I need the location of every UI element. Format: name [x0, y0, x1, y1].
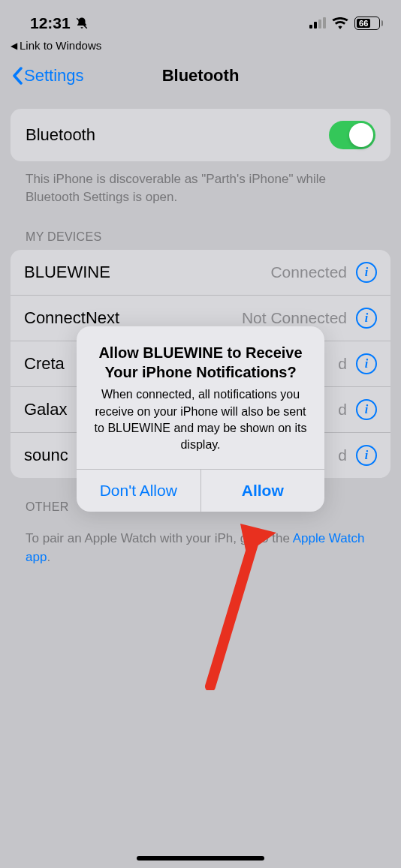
device-status: Connected	[270, 263, 347, 281]
breadcrumb-label: Link to Windows	[20, 39, 101, 52]
back-button[interactable]: Settings	[12, 66, 84, 86]
wifi-icon	[332, 17, 348, 29]
notification-permission-modal: Allow BLUEWINE to Receive Your iPhone No…	[77, 326, 324, 512]
info-icon[interactable]: i	[356, 445, 377, 466]
bluetooth-label: Bluetooth	[26, 125, 95, 145]
dont-allow-button[interactable]: Don't Allow	[77, 470, 201, 512]
toggle-knob	[349, 123, 373, 147]
my-devices-label: MY DEVICES	[11, 221, 390, 250]
allow-button[interactable]: Allow	[201, 470, 325, 512]
breadcrumb[interactable]: ◀ Link to Windows	[0, 38, 401, 58]
battery-icon: 66	[354, 17, 383, 30]
device-name: Galax	[24, 400, 67, 419]
bluetooth-toggle[interactable]	[329, 121, 375, 149]
pair-watch-hint: To pair an Apple Watch with your iPh, go…	[11, 520, 390, 576]
bluetooth-toggle-row: Bluetooth	[11, 109, 390, 161]
status-right: 66	[309, 17, 383, 30]
device-name: sounc	[24, 446, 68, 465]
info-icon[interactable]: i	[356, 353, 377, 374]
modal-title: Allow BLUEWINE to Receive Your iPhone No…	[92, 343, 309, 382]
status-bar: 12:31 66	[0, 0, 401, 38]
silent-icon	[75, 17, 89, 30]
device-name: BLUEWINE	[24, 263, 110, 282]
bluetooth-toggle-card: Bluetooth	[11, 109, 390, 161]
home-indicator[interactable]	[137, 856, 264, 860]
device-name: Creta	[24, 354, 65, 374]
discoverable-hint: This iPhone is discoverable as "Parth's …	[11, 161, 390, 221]
device-status: d	[338, 355, 347, 373]
info-icon[interactable]: i	[356, 399, 377, 420]
device-row[interactable]: BLUEWINE Connected i	[11, 250, 390, 296]
device-status: d	[338, 401, 347, 419]
status-left: 12:31	[30, 14, 89, 32]
chevron-left-icon	[12, 67, 23, 85]
device-status: d	[338, 446, 347, 464]
caret-left-icon: ◀	[11, 41, 17, 51]
info-icon[interactable]: i	[356, 308, 377, 329]
device-name: ConnectNext	[24, 308, 119, 328]
nav-header: Settings Bluetooth	[0, 58, 401, 94]
back-label: Settings	[24, 66, 84, 86]
device-status: Not Connected	[242, 309, 347, 327]
cellular-signal-icon	[309, 18, 326, 29]
status-time: 12:31	[30, 14, 71, 32]
page-title: Bluetooth	[162, 66, 240, 86]
info-icon[interactable]: i	[356, 262, 377, 283]
modal-text: When connected, all notifications you re…	[92, 386, 309, 454]
